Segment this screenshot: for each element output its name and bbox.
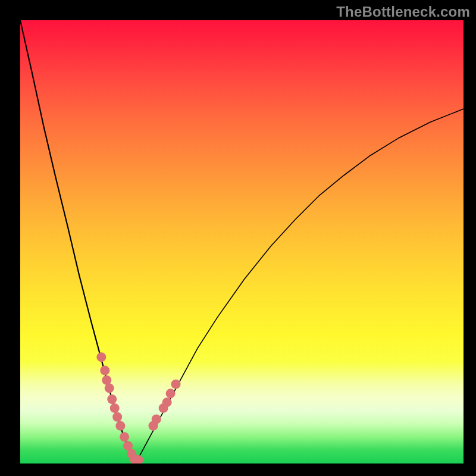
scatter-point <box>105 383 114 393</box>
scatter-point <box>115 421 125 431</box>
scatter-point <box>96 352 106 362</box>
scatter-point <box>171 380 181 389</box>
watermark-text: TheBottleneck.com <box>336 4 470 20</box>
scatter-point <box>112 412 122 422</box>
scatter-point <box>110 403 120 413</box>
scatter-point <box>166 389 176 398</box>
scatter-point <box>100 366 109 375</box>
scatter-point <box>152 415 161 424</box>
scatter-point <box>162 397 172 407</box>
scatter-point <box>120 432 129 441</box>
scatter-point <box>107 394 117 404</box>
chart-area <box>20 20 464 464</box>
scatter-markers <box>20 20 464 464</box>
figure-root: TheBottleneck.com <box>0 0 476 476</box>
